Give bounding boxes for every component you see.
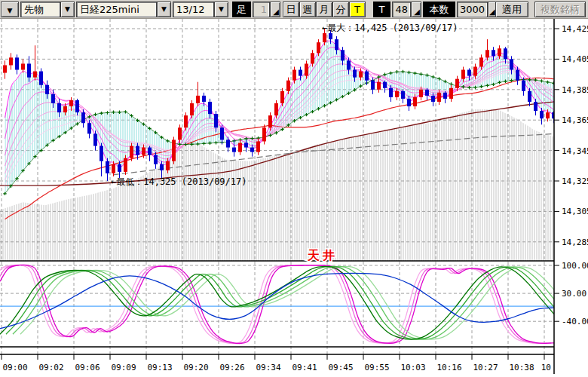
svg-text:14,305: 14,305 xyxy=(562,207,588,216)
tick-count-value: 48 xyxy=(392,2,411,17)
min-price-annotation: ←最低：14,325 (2013/09/17) xyxy=(111,176,247,187)
contract-month-value: 13/12 xyxy=(173,2,214,17)
svg-text:10:16: 10:16 xyxy=(436,363,461,372)
apply-button[interactable]: 適用 xyxy=(495,2,528,17)
svg-text:14,385: 14,385 xyxy=(562,85,588,95)
svg-text:10: 10 xyxy=(541,363,551,372)
category-value: 先物 xyxy=(20,2,60,17)
bar-count-spinner[interactable]: 3000 ◢ xyxy=(457,2,493,17)
bar-count-value: 3000 xyxy=(457,2,488,17)
chevron-down-icon: ▼ xyxy=(8,7,13,14)
bar-interval-value: 1 xyxy=(253,2,270,17)
svg-text:09:55: 09:55 xyxy=(364,363,389,372)
tick-count-label: T xyxy=(373,2,390,17)
bar-interval-spinner[interactable]: 1 ◢ xyxy=(253,2,280,17)
chart-application-window: ▼ 先物 ▼ 日経225mini ▼ 13/12 ▼ 足 1 ◢ 日 週 月 分… xyxy=(0,0,588,377)
symbol-value: 日経225mini xyxy=(76,2,157,17)
chevron-down-icon[interactable]: ▼ xyxy=(157,2,171,17)
symbol-combobox[interactable]: 日経225mini ▼ xyxy=(76,2,171,17)
contract-month-combobox[interactable]: 13/12 ▼ xyxy=(173,2,228,17)
svg-text:09:45: 09:45 xyxy=(328,363,353,372)
chevron-down-icon[interactable]: ▼ xyxy=(214,2,228,17)
svg-text:09:09: 09:09 xyxy=(111,363,136,372)
svg-text:-40.00: -40.00 xyxy=(562,317,588,326)
period-day-button[interactable]: 日 xyxy=(283,2,299,17)
svg-text:14,365: 14,365 xyxy=(562,115,588,125)
svg-text:14,425: 14,425 xyxy=(562,24,588,34)
svg-text:09:41: 09:41 xyxy=(292,363,317,372)
max-price-annotation: ←最大：14,425 (2013/09/17) xyxy=(322,23,458,33)
svg-text:10:03: 10:03 xyxy=(400,363,425,372)
svg-text:10:27: 10:27 xyxy=(473,363,498,372)
ceiling-annotation: 天井 xyxy=(307,248,338,262)
svg-text:14,285: 14,285 xyxy=(562,238,588,247)
svg-text:14,325: 14,325 xyxy=(562,176,588,186)
period-week-button[interactable]: 週 xyxy=(299,2,316,17)
svg-text:100.00: 100.00 xyxy=(562,261,588,271)
category-combobox[interactable]: 先物 ▼ xyxy=(20,2,75,17)
svg-text:09:13: 09:13 xyxy=(147,363,172,372)
svg-text:10:38: 10:38 xyxy=(509,363,534,372)
tick-count-spinner[interactable]: 48 ◢ xyxy=(392,2,421,17)
svg-text:09:20: 09:20 xyxy=(183,363,208,372)
window-expander-dropdown[interactable]: ▼ xyxy=(1,2,19,17)
chevron-down-icon[interactable]: ▼ xyxy=(60,2,75,17)
svg-text:14,345: 14,345 xyxy=(562,146,588,156)
toolbar: ▼ 先物 ▼ 日経225mini ▼ 13/12 ▼ 足 1 ◢ 日 週 月 分… xyxy=(0,0,588,19)
spin-icon[interactable]: ◢ xyxy=(270,2,280,17)
svg-text:09:02: 09:02 xyxy=(38,363,63,372)
svg-text:09:06: 09:06 xyxy=(75,363,100,372)
bar-count-label: 本数 xyxy=(423,2,455,17)
svg-text:09:26: 09:26 xyxy=(219,363,244,372)
spin-icon[interactable]: ◢ xyxy=(411,2,421,17)
svg-text:30.00: 30.00 xyxy=(562,289,586,299)
period-minute-button[interactable]: 分 xyxy=(332,2,349,17)
multi-symbol-button[interactable]: 複数銘柄 xyxy=(534,2,586,17)
period-tick-button[interactable]: T xyxy=(349,2,366,17)
svg-text:09:00: 09:00 xyxy=(2,363,27,372)
bar-type-label: 足 xyxy=(232,2,251,17)
svg-text:14,405: 14,405 xyxy=(562,54,588,64)
svg-text:09:34: 09:34 xyxy=(256,363,280,372)
chart-canvas[interactable]: 14,42514,40514,38514,36514,34514,32514,3… xyxy=(0,19,588,377)
period-month-button[interactable]: 月 xyxy=(316,2,332,17)
